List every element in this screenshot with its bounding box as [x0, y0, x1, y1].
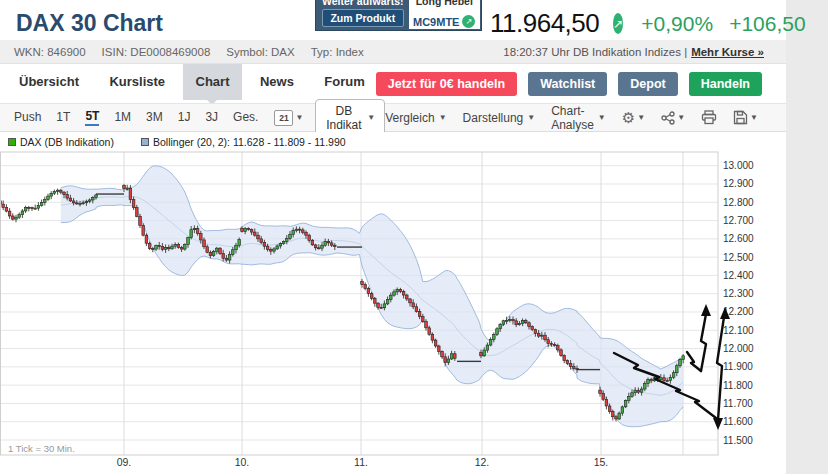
tab-uebersicht[interactable]: Übersicht	[6, 64, 92, 100]
svg-text:12.600: 12.600	[723, 233, 754, 244]
vergleich-menu[interactable]: Vergleich▼	[385, 111, 446, 125]
svg-text:12.: 12.	[475, 456, 490, 468]
indicator-dropdown-label: DB Indikat	[325, 104, 362, 132]
svg-text:13.000: 13.000	[723, 160, 754, 171]
range-ges[interactable]: Ges.	[233, 110, 258, 125]
tab-kursliste[interactable]: Kursliste	[96, 64, 178, 100]
more-quotes-link[interactable]: Mehr Kurse »	[691, 46, 764, 58]
share-icon	[661, 111, 675, 125]
svg-text:11.500: 11.500	[723, 435, 753, 446]
svg-text:11.700: 11.700	[723, 398, 753, 409]
svg-text:11.: 11.	[354, 456, 368, 468]
chart-legend: DAX (DB Indikation) Bollinger (20, 2): 1…	[0, 132, 786, 152]
nav-tabs: Übersicht Kursliste Chart News Forum	[6, 64, 378, 100]
dax-chart-page: DAX 30 Chart Weiter aufwärts! Zum Produk…	[0, 0, 828, 474]
depot-button[interactable]: Depot	[618, 72, 677, 96]
date-picker[interactable]: 21 ▼	[274, 110, 303, 126]
svg-text:12.700: 12.700	[723, 215, 754, 226]
tab-news[interactable]: News	[247, 64, 307, 100]
tick-interval-note: 1 Tick = 30 Min.	[8, 443, 75, 454]
legend-bollinger-series[interactable]: Bollinger (20, 2): 11.628 - 11.809 - 11.…	[141, 136, 346, 148]
printer-icon	[701, 110, 717, 125]
chart-toolbar: Push 1T 5T 1M 3M 1J 3J Ges. 21 ▼ DB Indi…	[0, 103, 786, 132]
instrument-meta-bar: WKN: 846900 ISIN: DE0008469008 Symbol: D…	[0, 40, 786, 64]
svg-text:11.800: 11.800	[723, 380, 753, 391]
print-button[interactable]	[701, 110, 717, 125]
promo-code-row[interactable]: MC9MTE ↗	[413, 15, 475, 28]
indicator-dropdown[interactable]: DB Indikat ▼	[315, 99, 385, 137]
action-buttons: Jetzt für 0€ handeln Watchlist Depot Han…	[376, 72, 762, 96]
price-block: 11.964,50 ↗ +0,90% +106,50	[490, 8, 762, 39]
svg-text:11.900: 11.900	[723, 361, 753, 372]
svg-text:15.: 15.	[594, 456, 609, 468]
chevron-down-icon: ▼	[527, 113, 535, 122]
share-menu[interactable]: ▼	[661, 111, 685, 125]
darstellung-menu[interactable]: Darstellung▼	[463, 111, 536, 125]
range-5t[interactable]: 5T	[85, 109, 99, 126]
chart-analyse-menu[interactable]: Chart-Analyse▼	[551, 104, 606, 132]
change-absolute: +106,50	[729, 12, 806, 36]
promo-headline: Weiter aufwärts!	[322, 0, 404, 7]
calendar-icon: 21	[274, 110, 293, 126]
promo-subline: Long Hebel	[416, 0, 473, 7]
chevron-down-icon: ▼	[677, 113, 685, 122]
range-3m[interactable]: 3M	[146, 110, 163, 125]
svg-text:12.300: 12.300	[723, 288, 754, 299]
page-title: DAX 30 Chart	[16, 10, 163, 37]
svg-text:12.800: 12.800	[723, 197, 754, 208]
change-percent: +0,90%	[641, 12, 713, 36]
up-right-arrow-icon: ↗	[462, 15, 475, 28]
vergleich-label: Vergleich	[385, 111, 434, 125]
svg-text:09.: 09.	[117, 456, 132, 468]
legend-dax-series[interactable]: DAX (DB Indikation)	[8, 136, 114, 148]
range-push[interactable]: Push	[14, 110, 41, 125]
floppy-disk-icon	[733, 110, 748, 125]
typ: Typ: Index	[311, 46, 364, 58]
chevron-down-icon: ▼	[637, 113, 645, 122]
quote-timestamp: 18:20:37 Uhr DB Indikation Indizes |	[503, 46, 687, 58]
promo-left: Weiter aufwärts! Zum Produkt	[316, 0, 408, 30]
chevron-down-icon: ▼	[598, 113, 606, 122]
dax-series-swatch	[8, 138, 16, 146]
save-menu[interactable]: ▼	[733, 110, 758, 125]
current-price: 11.964,50	[490, 8, 599, 39]
bollinger-series-swatch	[141, 138, 149, 146]
svg-text:12.900: 12.900	[723, 178, 754, 189]
svg-text:11.600: 11.600	[723, 416, 753, 427]
promo-banner: Weiter aufwärts! Zum Produkt Long Hebel …	[315, 0, 482, 31]
svg-text:12.100: 12.100	[723, 325, 754, 336]
symbol: Symbol: DAX	[226, 46, 294, 58]
chevron-down-icon: ▼	[439, 113, 447, 122]
tab-forum[interactable]: Forum	[311, 64, 377, 100]
chevron-down-icon: ▼	[295, 113, 303, 122]
dax-series-label: DAX (DB Indikation)	[20, 136, 114, 148]
tab-chart[interactable]: Chart	[183, 64, 243, 100]
range-1t[interactable]: 1T	[56, 110, 70, 125]
promo-card: Long Hebel MC9MTE ↗	[409, 0, 481, 29]
watchlist-button[interactable]: Watchlist	[528, 72, 607, 96]
promo-product-code[interactable]: MC9MTE	[413, 16, 459, 28]
chevron-down-icon: ▼	[367, 113, 375, 122]
price-chart[interactable]: 13.00012.90012.80012.70012.60012.50012.4…	[0, 150, 786, 474]
promo-product-button[interactable]: Zum Produkt	[322, 9, 404, 27]
bollinger-series-label: Bollinger (20, 2): 11.628 - 11.809 - 11.…	[153, 136, 346, 148]
quote-timestamp-row: 18:20:37 Uhr DB Indikation Indizes | Meh…	[503, 46, 764, 58]
svg-text:12.400: 12.400	[723, 270, 754, 281]
range-3j[interactable]: 3J	[205, 110, 218, 125]
svg-text:12.500: 12.500	[723, 252, 754, 263]
range-1m[interactable]: 1M	[114, 110, 131, 125]
handeln-button[interactable]: Handeln	[689, 72, 762, 96]
toolbar-right-group: Vergleich▼ Darstellung▼ Chart-Analyse▼ ⚙…	[385, 104, 758, 132]
darstellung-label: Darstellung	[463, 111, 524, 125]
settings-menu[interactable]: ⚙▼	[622, 109, 645, 127]
trend-up-icon: ↗	[613, 13, 623, 34]
section-nav: Übersicht Kursliste Chart News Forum Jet…	[0, 64, 786, 103]
svg-text:10.: 10.	[235, 456, 250, 468]
wkn: WKN: 846900	[14, 46, 86, 58]
range-1j[interactable]: 1J	[178, 110, 191, 125]
chevron-down-icon: ▼	[750, 113, 758, 122]
chart-analyse-label: Chart-Analyse	[551, 104, 594, 132]
svg-text:12.000: 12.000	[723, 343, 754, 354]
trade-free-button[interactable]: Jetzt für 0€ handeln	[376, 72, 517, 96]
gear-icon: ⚙	[622, 109, 635, 127]
